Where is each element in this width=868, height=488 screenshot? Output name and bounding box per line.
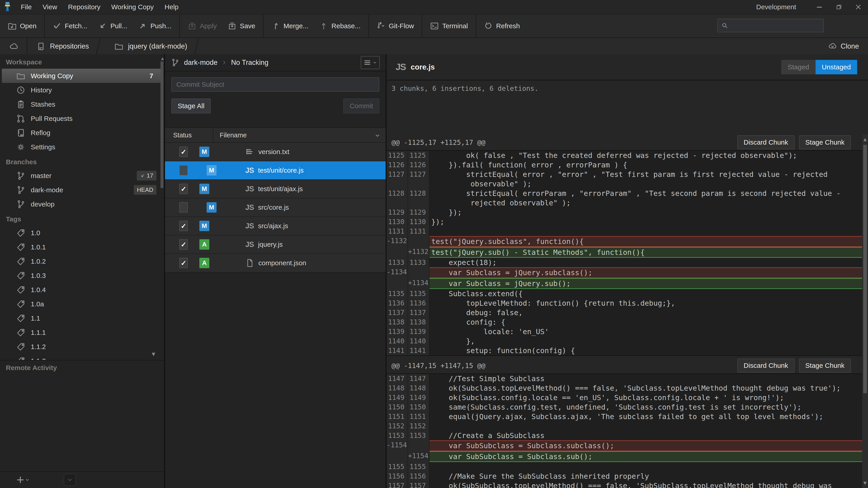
new-line-number: 1129 — [408, 207, 430, 217]
file-checkbox[interactable]: ✓ — [179, 221, 188, 231]
sidebar-scrollbar-thumb[interactable] — [160, 61, 163, 188]
scroll-up-arrow-icon[interactable]: ▲ — [862, 136, 868, 142]
file-row[interactable]: ✓MJStest/unit/ajax.js — [165, 180, 385, 198]
apply-button[interactable]: Apply — [182, 14, 222, 37]
toolbar-search[interactable] — [717, 19, 824, 32]
sidebar-item-reflog[interactable]: Reflog — [0, 126, 164, 140]
sidebar-item-label: 1.0.4 — [31, 286, 46, 294]
toolbar-button-label: Rebase... — [331, 22, 360, 30]
add-repository-button[interactable] — [16, 475, 30, 484]
chevron-down-icon[interactable] — [374, 131, 381, 139]
code-line: 11571157 ok(SubSubclass.topLevelMethod()… — [386, 481, 862, 488]
breadcrumb-item-repositories[interactable]: Repositories — [27, 38, 91, 55]
search-input[interactable] — [731, 22, 820, 29]
tag-icon-wrap — [16, 328, 26, 337]
minimize-button[interactable] — [810, 0, 829, 14]
sidebar-item-stashes[interactable]: Stashes — [0, 97, 164, 111]
breadcrumb-item-jquery[interactable]: jquery (dark-mode) — [105, 38, 189, 55]
sidebar-item-working-copy[interactable]: Working Copy7 — [2, 69, 162, 83]
filename-column-header[interactable]: Filename — [213, 131, 247, 139]
scroll-down-arrow-icon[interactable]: ▼ — [862, 480, 868, 486]
commit-options-button[interactable] — [361, 56, 380, 69]
refresh-button[interactable]: Refresh — [478, 14, 525, 37]
terminal-button[interactable]: Terminal — [425, 14, 473, 37]
sidebar-item-1-0-1[interactable]: 1.0.1 — [0, 240, 164, 254]
git-flow-button[interactable]: Git-Flow — [371, 14, 420, 37]
clone-button[interactable]: Clone — [828, 38, 859, 55]
file-status-view-button[interactable] — [64, 474, 76, 486]
scroll-up-arrow-icon[interactable]: ▲ — [160, 56, 164, 61]
sidebar-item-settings[interactable]: Settings — [0, 140, 164, 154]
breadcrumb-label: jquery (dark-mode) — [128, 42, 187, 51]
diff-scrollbar-thumb[interactable] — [863, 145, 867, 393]
stage-chunk-button[interactable]: Stage Chunk — [799, 135, 851, 149]
file-checkbox[interactable]: ✓ — [179, 258, 188, 268]
file-row[interactable]: MJSsrc/core.js — [165, 198, 385, 217]
sidebar-item-dark-mode[interactable]: dark-modeHEAD — [0, 183, 164, 197]
file-checkbox[interactable]: ✓ — [179, 239, 188, 250]
stage-all-button[interactable]: Stage All — [171, 98, 211, 113]
file-row[interactable]: ✓AJSjquery.js — [165, 235, 385, 254]
sidebar-item-1-1-2[interactable]: 1.1.2 — [0, 339, 164, 354]
branch-icon — [171, 58, 180, 67]
status-chip: M — [199, 184, 209, 194]
menu-working-copy[interactable]: Working Copy — [106, 0, 159, 14]
sidebar-item-1-1-3[interactable]: 1.1.3 — [0, 354, 164, 360]
sidebar-item-1-1[interactable]: 1.1 — [0, 311, 164, 325]
stage-chunk-button[interactable]: Stage Chunk — [799, 359, 851, 372]
sidebar-item-1-0-3[interactable]: 1.0.3 — [0, 268, 164, 283]
file-row[interactable]: ✓Acomponent.json — [165, 254, 385, 272]
old-line-number: -1132 — [386, 236, 408, 247]
old-line-number: 1129 — [386, 207, 408, 217]
maximize-button[interactable] — [829, 0, 848, 14]
tag-icon-wrap — [16, 242, 26, 252]
commit-subject-input[interactable] — [171, 77, 379, 92]
pull-icon — [98, 22, 107, 31]
save-button[interactable]: Save — [222, 14, 260, 37]
sidebar-scrollbar[interactable]: ▲ — [160, 54, 164, 360]
sidebar-item-1-0a[interactable]: 1.0a — [0, 297, 164, 311]
menu-repository[interactable]: Repository — [63, 0, 106, 14]
tag-icon-wrap — [16, 342, 26, 351]
sidebar-item-develop[interactable]: develop — [0, 197, 164, 211]
menu-view[interactable]: View — [37, 0, 62, 14]
code-text: //Create a SubSubclass — [430, 431, 862, 440]
close-button[interactable] — [848, 0, 868, 14]
merge-button[interactable]: Merge... — [266, 14, 314, 37]
pull-button[interactable]: Pull... — [93, 14, 133, 37]
file-checkbox[interactable]: ✓ — [179, 147, 188, 157]
file-row[interactable]: MJStest/unit/core.js — [165, 161, 385, 180]
discard-chunk-button[interactable]: Discard Chunk — [737, 359, 795, 372]
file-checkbox[interactable] — [179, 165, 188, 175]
sidebar-item-1-0[interactable]: 1.0 — [0, 226, 164, 240]
sidebar-item-pull-requests[interactable]: Pull Requests — [0, 111, 164, 126]
status-column-header[interactable]: Status — [165, 131, 213, 139]
sidebar-item-1-1-1[interactable]: 1.1.1 — [0, 325, 164, 339]
staged-tab[interactable]: Staged — [781, 60, 815, 74]
remote-accounts-button[interactable] — [0, 38, 27, 55]
file-row[interactable]: ✓Mversion.txt — [165, 143, 385, 161]
window-title: Development — [756, 3, 796, 11]
commit-button[interactable]: Commit — [343, 98, 379, 113]
terminal-icon — [430, 22, 439, 31]
push-icon — [138, 22, 147, 31]
rebase-button[interactable]: Rebase... — [314, 14, 366, 37]
diff-scrollbar[interactable]: ▲ ▼ — [862, 134, 868, 488]
tag-icon — [16, 242, 25, 252]
file-row[interactable]: ✓MJSsrc/ajax.js — [165, 217, 385, 235]
discard-chunk-button[interactable]: Discard Chunk — [737, 135, 795, 149]
file-checkbox[interactable] — [179, 202, 188, 213]
menu-file[interactable]: File — [16, 0, 37, 14]
sidebar-item-history[interactable]: History — [0, 83, 164, 97]
fetch-button[interactable]: Fetch... — [47, 14, 93, 37]
unstaged-tab[interactable]: Unstaged — [815, 60, 857, 74]
menu-help[interactable]: Help — [159, 0, 184, 14]
sidebar-item-1-0-4[interactable]: 1.0.4 — [0, 283, 164, 297]
file-checkbox[interactable]: ✓ — [179, 184, 188, 194]
push-button[interactable]: Push... — [133, 14, 177, 37]
open-button[interactable]: Open — [2, 14, 42, 37]
sidebar-item-master[interactable]: master17 — [0, 168, 164, 183]
sidebar-item-1-0-2[interactable]: 1.0.2 — [0, 254, 164, 268]
sidebar-item-label: 1.0.2 — [31, 258, 46, 265]
code-line: 11351135 Subclass.extend({ — [386, 289, 862, 298]
